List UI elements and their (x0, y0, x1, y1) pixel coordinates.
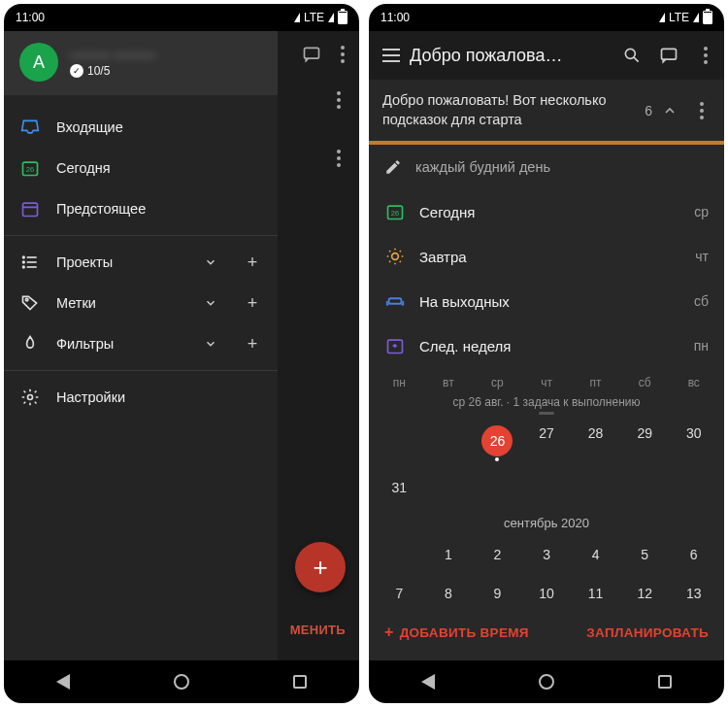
cal-day[interactable]: 12 (620, 579, 670, 608)
opt-label: След. неделя (419, 338, 680, 354)
divider (4, 370, 278, 371)
avatar: A (19, 43, 58, 82)
calendar-month-label: сентябрь 2020 (375, 516, 718, 530)
add-filter-button[interactable]: + (243, 334, 262, 354)
nav-label: Метки (56, 295, 96, 311)
add-time-button[interactable]: +ДОБАВИТЬ ВРЕМЯ (384, 624, 529, 641)
cal-day[interactable] (424, 419, 474, 463)
svg-point-18 (392, 253, 399, 260)
hamburger-icon[interactable] (382, 49, 400, 62)
cal-day[interactable]: 28 (571, 419, 620, 463)
sofa-icon (384, 290, 406, 312)
page-title: Добро пожалова… (410, 46, 606, 66)
more-icon[interactable] (334, 46, 351, 63)
nav-labels[interactable]: Метки + (4, 283, 278, 323)
nav-inbox[interactable]: Входящие (4, 107, 278, 148)
quick-weekend[interactable]: На выходных сб (369, 279, 724, 323)
battery-icon (703, 11, 712, 24)
svg-point-12 (28, 395, 33, 400)
project-banner[interactable]: Добро пожаловать! Вот несколько подсказо… (369, 80, 724, 141)
svg-line-14 (634, 57, 639, 62)
nav-settings[interactable]: Настройки (4, 377, 278, 418)
nav-label: Сегодня (56, 160, 111, 176)
karma-score: ✓ 10/5 (70, 64, 262, 78)
check-icon: ✓ (70, 64, 83, 78)
edit-button[interactable]: МЕНИТЬ (290, 623, 346, 637)
add-project-button[interactable]: + (243, 253, 262, 273)
nav-label: Настройки (56, 389, 125, 405)
cal-day[interactable]: 1 (424, 540, 474, 569)
add-label-button[interactable]: + (243, 293, 262, 314)
cal-day[interactable]: 3 (522, 540, 572, 569)
nav-today[interactable]: 26 Сегодня (4, 148, 278, 188)
cal-day[interactable] (375, 419, 424, 463)
cal-day[interactable] (375, 540, 424, 569)
calendar-row: 7 8 9 10 11 12 13 (375, 579, 718, 608)
nav-label: Проекты (56, 254, 113, 270)
nav-upcoming[interactable]: Предстоящее (4, 188, 278, 229)
cal-day[interactable]: 7 (375, 579, 424, 608)
fab-add-task[interactable]: + (295, 542, 346, 592)
calendar: пн вт ср чт пт сб вс ср 26 авг. · 1 зада… (369, 368, 724, 612)
nav-home[interactable] (174, 674, 189, 690)
svg-point-10 (23, 266, 25, 268)
cal-day-today[interactable]: 26 (473, 419, 522, 463)
opt-label: Завтра (419, 249, 681, 265)
date-input-row[interactable]: каждый будний день (369, 145, 724, 189)
nav-back[interactable] (56, 674, 70, 690)
nav-drawer: A ——— ——— ✓ 10/5 Входящие 26 Сегодня (4, 31, 278, 660)
profile-header[interactable]: A ——— ——— ✓ 10/5 (4, 31, 278, 95)
chevron-down-icon[interactable] (204, 255, 223, 269)
opt-label: На выходных (419, 293, 680, 310)
cal-day[interactable]: 2 (473, 540, 522, 569)
cal-day[interactable]: 5 (620, 540, 670, 569)
chat-icon[interactable] (301, 44, 322, 65)
more-icon[interactable] (695, 45, 716, 66)
quick-nextweek[interactable]: След. неделя пн (369, 323, 724, 368)
nav-filters[interactable]: Фильтры + (4, 323, 278, 364)
cal-day[interactable]: 29 (620, 419, 670, 463)
quick-tomorrow[interactable]: Завтра чт (369, 234, 724, 279)
schedule-button[interactable]: ЗАПЛАНИРОВАТЬ (586, 625, 709, 640)
chevron-up-icon[interactable] (662, 103, 678, 118)
calendar-row: 1 2 3 4 5 6 (375, 540, 718, 569)
signal-icon (659, 13, 665, 22)
more-icon[interactable] (330, 91, 347, 109)
cal-day[interactable]: 6 (669, 540, 718, 569)
chat-icon[interactable] (658, 45, 679, 66)
opt-day: ср (694, 204, 709, 219)
svg-rect-0 (305, 48, 319, 58)
cal-day[interactable]: 9 (473, 579, 522, 608)
cal-day[interactable]: 4 (571, 540, 620, 569)
cal-day[interactable]: 8 (424, 579, 474, 608)
more-icon[interactable] (330, 150, 347, 167)
calendar-today-icon: 26 (384, 201, 406, 222)
signal-icon (328, 13, 334, 22)
quick-today[interactable]: 26 Сегодня ср (369, 189, 724, 234)
cal-day[interactable]: 10 (522, 579, 572, 608)
nav-label: Входящие (56, 119, 123, 135)
divider (4, 235, 278, 236)
cal-day[interactable]: 30 (669, 419, 718, 463)
search-icon[interactable] (621, 45, 643, 66)
nav-back[interactable] (421, 674, 435, 690)
battery-icon (338, 11, 347, 24)
nav-recent[interactable] (658, 675, 672, 689)
chevron-down-icon[interactable] (204, 337, 223, 351)
app-bar: Добро пожалова… (369, 31, 724, 80)
phone-right: 11:00 LTE Добро пожалова… Добро пожалова… (369, 4, 724, 703)
more-icon[interactable] (693, 102, 711, 119)
cal-day[interactable]: 13 (669, 579, 718, 608)
phone-left: 11:00 LTE A ——— ——— (4, 4, 359, 703)
cal-day[interactable]: 31 (375, 473, 424, 502)
calendar-subtitle: ср 26 авг. · 1 задача к выполнению (375, 395, 718, 409)
nav-projects[interactable]: Проекты + (4, 242, 278, 283)
opt-day: чт (695, 249, 709, 264)
nav-home[interactable] (539, 674, 554, 690)
calendar-forward-icon (384, 335, 406, 356)
chevron-down-icon[interactable] (204, 296, 223, 310)
cal-day[interactable]: 11 (571, 579, 620, 608)
cal-day[interactable]: 27 (522, 419, 572, 463)
nav-recent[interactable] (293, 675, 307, 689)
svg-point-13 (625, 49, 635, 58)
